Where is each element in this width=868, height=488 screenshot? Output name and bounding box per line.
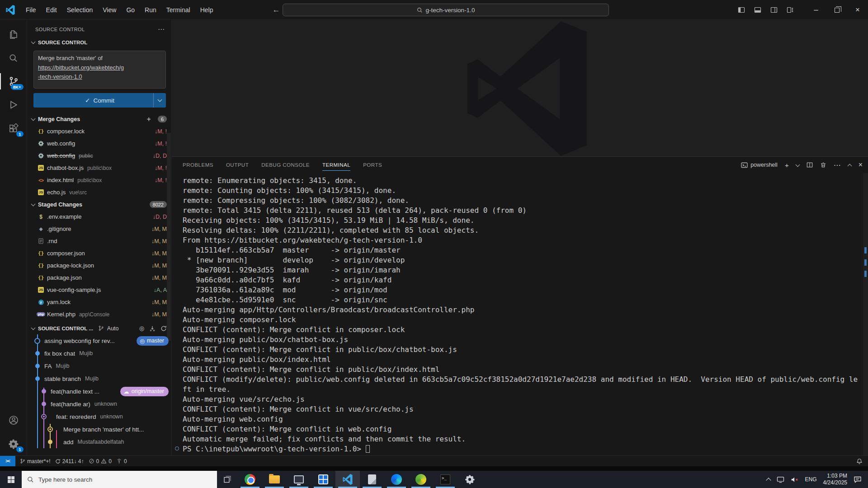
commit-row[interactable]: feat(handle text ...☁origin/master	[27, 385, 171, 398]
menu-edit[interactable]: Edit	[41, 0, 62, 20]
ports-status[interactable]: 0	[116, 458, 127, 465]
branch-status[interactable]: master*+!	[20, 458, 51, 465]
target-icon[interactable]: ◎	[139, 325, 144, 332]
scm-file-row[interactable]: .rnd↓M, M	[27, 235, 171, 247]
menu-run[interactable]: Run	[140, 0, 161, 20]
sync-status[interactable]: 2411↓ 4↑	[55, 458, 84, 465]
ref-badge-origin/master[interactable]: ☁origin/master	[120, 387, 169, 396]
tray-clock[interactable]: 1:03 PM 4/24/2025	[823, 473, 847, 486]
taskbar-app-computer[interactable]	[287, 471, 311, 488]
panel-tab-output[interactable]: OUTPUT	[226, 157, 249, 173]
sidebar-scrollbar[interactable]	[167, 133, 171, 341]
auto-label[interactable]: Auto	[107, 325, 119, 332]
panel-tab-terminal[interactable]: TERMINAL	[322, 157, 350, 173]
window-minimize-button[interactable]: –	[806, 0, 826, 20]
new-terminal-icon[interactable]: +	[785, 161, 789, 169]
commit-row[interactable]: stable branchMujib	[27, 372, 171, 385]
scm-file-row[interactable]: {}composer.lock↓M, !	[27, 125, 171, 137]
account-button[interactable]	[0, 408, 27, 432]
panel-more-icon[interactable]: ⋯	[834, 161, 841, 169]
taskbar-app-mail-grid[interactable]	[311, 471, 335, 488]
commit-row[interactable]: Merge branch 'master' of htt...	[27, 423, 171, 436]
taskbar-search[interactable]: Type here to search	[22, 471, 217, 488]
scm-section-header[interactable]: SOURCE CONTROL	[27, 36, 171, 49]
taskbar-app-vscode[interactable]	[335, 471, 360, 488]
tray-expand-icon[interactable]	[766, 478, 771, 483]
refresh-icon[interactable]	[160, 325, 167, 332]
terminal-dropdown-icon[interactable]	[795, 162, 800, 167]
terminal-instance[interactable]: powershell	[741, 162, 778, 169]
commit-row[interactable]: addMustafaabdelfatah	[27, 436, 171, 448]
tray-display-icon[interactable]	[777, 476, 784, 483]
activity-explorer[interactable]	[0, 23, 27, 46]
panel-tab-problems[interactable]: PROBLEMS	[183, 157, 213, 173]
commit-row[interactable]: assing webconfig for rev...◎master	[27, 334, 171, 347]
nav-back-icon[interactable]: ←	[272, 5, 280, 14]
menu-help[interactable]: Help	[195, 0, 218, 20]
taskbar-app-notepad[interactable]	[360, 471, 384, 488]
taskbar-app-color-app[interactable]	[409, 471, 433, 488]
scm-file-row[interactable]: $.env.example↓D, D	[27, 211, 171, 223]
staged-changes-header[interactable]: Staged Changes 8022	[27, 198, 171, 211]
remote-indicator[interactable]: ><	[0, 456, 15, 466]
customize-layout-icon[interactable]	[787, 6, 794, 14]
stage-all-icon[interactable]: +	[147, 115, 151, 123]
maximize-panel-icon[interactable]	[847, 164, 852, 168]
taskbar-app-settings[interactable]	[458, 471, 482, 488]
problems-status[interactable]: 0 0	[89, 458, 112, 465]
toggle-secondary-sidebar-icon[interactable]	[770, 6, 778, 14]
scm-file-row[interactable]: {}package.json↓M, M	[27, 272, 171, 284]
taskbar-app-terminal[interactable]: >_	[433, 471, 458, 488]
settings-button[interactable]: 1	[0, 432, 27, 455]
scm-file-row[interactable]: yyarn.lock↓M, M	[27, 296, 171, 308]
taskbar-app-browser[interactable]	[384, 471, 409, 488]
commit-row[interactable]: feat(handle ar)unknown	[27, 398, 171, 410]
activity-search[interactable]	[0, 46, 27, 70]
commit-button[interactable]: ✓ Commit	[33, 93, 166, 108]
command-center-search[interactable]: g-tech-version-1.0	[283, 4, 609, 16]
fetch-icon[interactable]	[149, 325, 156, 332]
merge-changes-header[interactable]: Merge Changes + 6	[27, 113, 171, 125]
taskbar-app-file-explorer[interactable]	[262, 471, 287, 488]
action-center-icon[interactable]	[854, 476, 862, 483]
scm-file-row[interactable]: web.config↓M, !	[27, 137, 171, 150]
menu-selection[interactable]: Selection	[62, 0, 98, 20]
scm-file-row[interactable]: phpKernel.phpapp\Console↓M, M	[27, 308, 171, 320]
activity-run-debug[interactable]	[0, 93, 27, 117]
scm-graph-header[interactable]: SOURCE CONTROL ... Auto ◎	[27, 322, 171, 334]
command-decoration-icon[interactable]	[175, 446, 179, 450]
panel-tab-debug-console[interactable]: DEBUG CONSOLE	[261, 157, 310, 173]
kill-terminal-icon[interactable]	[820, 162, 826, 168]
tray-volume-muted-icon[interactable]	[791, 476, 799, 483]
commit-dropdown-button[interactable]	[153, 93, 166, 108]
notifications-bell[interactable]	[856, 458, 863, 465]
toggle-sidebar-icon[interactable]	[738, 6, 745, 14]
terminal-scrollbar[interactable]	[863, 173, 868, 455]
terminal-prompt[interactable]: PS C:\inetpub\wwwroot\g-tech-version-1.0…	[183, 444, 868, 454]
commit-row[interactable]: FAMujib	[27, 360, 171, 372]
scm-file-row[interactable]: JSchatbot-box.jspublic\box↓M, !	[27, 162, 171, 174]
scm-file-row[interactable]: web.configpublic↓D, D	[27, 150, 171, 162]
ref-badge-master[interactable]: ◎master	[137, 336, 169, 346]
panel-tab-ports[interactable]: PORTS	[363, 157, 382, 173]
toggle-panel-icon[interactable]	[754, 6, 761, 14]
task-view-button[interactable]	[217, 471, 238, 488]
commit-message-input[interactable]: Merge branch 'master' ofhttps://bitbucke…	[33, 51, 166, 89]
scm-file-row[interactable]: {}composer.json↓M, M	[27, 247, 171, 259]
activity-extensions[interactable]: 1	[0, 117, 27, 140]
scm-file-row[interactable]: ◆.gitignore↓M, M	[27, 223, 171, 235]
commit-row[interactable]: fix box chatMujib	[27, 347, 171, 360]
menu-terminal[interactable]: Terminal	[161, 0, 195, 20]
start-button[interactable]	[0, 471, 22, 488]
terminal-output[interactable]: remote: Enumerating objects: 3415, done.…	[172, 173, 868, 454]
activity-source-control[interactable]: 8K+	[0, 70, 27, 93]
scm-file-row[interactable]: JSvue-config-sample.js↓A, A	[27, 284, 171, 296]
menu-file[interactable]: File	[21, 0, 41, 20]
scm-file-row[interactable]: {}package-lock.json↓M, M	[27, 259, 171, 272]
taskbar-app-chrome[interactable]	[238, 471, 262, 488]
close-panel-icon[interactable]: ×	[859, 161, 863, 169]
menu-view[interactable]: View	[98, 0, 121, 20]
scm-file-row[interactable]: <>index.htmlpublic\box↓M, !	[27, 174, 171, 186]
tray-language[interactable]: ENG	[805, 476, 817, 483]
window-close-button[interactable]: ×	[847, 0, 868, 20]
